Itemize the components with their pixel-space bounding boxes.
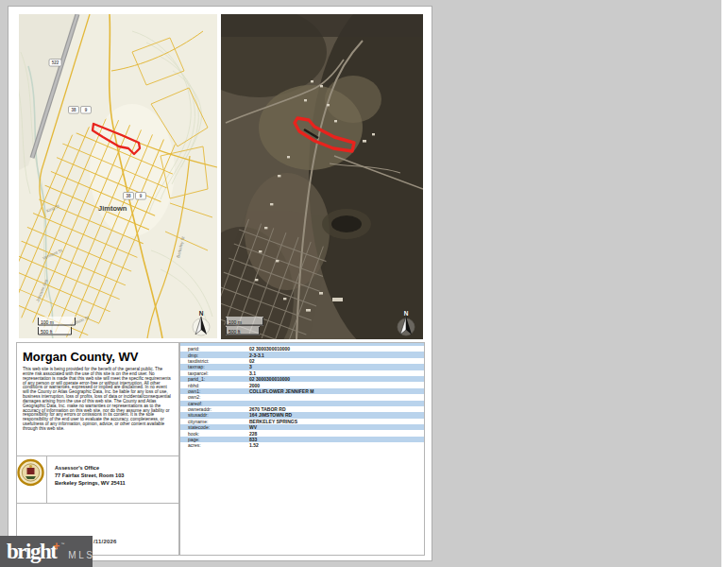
office-address-line1: 77 Fairfax Street, Room 103: [55, 472, 126, 479]
field-value: 02 3000300010000: [249, 376, 290, 382]
scale-imperial-label: 500 ft: [41, 329, 53, 335]
field-value: 1.52: [249, 442, 259, 448]
bright-logo-plus-icon: +: [53, 540, 59, 553]
scale-metric-label: 100 m: [229, 319, 242, 325]
field-label: book:: [180, 431, 249, 437]
field-label: nbhd:: [180, 383, 249, 388]
print-date: /11/2026: [93, 539, 117, 544]
field-value: BERKELEY SPRINGS: [249, 419, 297, 424]
field-value: WV: [249, 424, 257, 430]
field-value: 3: [249, 364, 252, 369]
route-shield-label: 38: [71, 108, 76, 112]
aerial-photo-map: 100 m 500 ft N: [221, 14, 423, 339]
route-shield-522: 522: [49, 60, 61, 67]
page-title: Morgan County, WV: [23, 350, 173, 364]
bright-logo-wordmark: bright: [7, 541, 56, 562]
field-label: parid_1:: [180, 376, 249, 382]
field-value: 2-3-3.1: [249, 352, 264, 358]
field-value: 3.1: [249, 370, 256, 376]
report-page: 522 38 9 38 9 J: [8, 6, 432, 561]
field-label: owneraddr:: [180, 406, 249, 412]
bright-mls-logo: bright + ™ MLS: [0, 536, 93, 567]
field-value: 2000: [249, 383, 260, 388]
scale-imperial-label: 500 ft: [229, 329, 241, 335]
county-seal-cell: [16, 456, 47, 503]
parcel-attributes-panel: parid:02 3000300010000dmp:2-3-3.1taxdist…: [179, 342, 425, 556]
field-value: 164 JIMSTOWN RD: [249, 412, 292, 418]
county-seal: [16, 456, 46, 501]
assessor-office-address: Assessor's Office 77 Fairfax Street, Roo…: [55, 464, 126, 487]
field-label: taxparcel:: [180, 370, 249, 376]
route-shield-label: 38: [126, 194, 131, 198]
county-info-panel: Morgan County, WV This web site is being…: [16, 342, 179, 556]
field-value: 02 3000300010000: [249, 346, 290, 352]
route-shield-label: 522: [52, 60, 59, 65]
screen-right-margin: [721, 0, 728, 567]
route-shield-9: 9: [81, 107, 92, 114]
field-value: 833: [249, 437, 257, 442]
pond: [331, 215, 362, 232]
field-label: taxdistrict:: [180, 358, 249, 364]
north-label: N: [199, 310, 204, 317]
scale-metric-label: 100 m: [41, 319, 54, 325]
trademark-symbol: ™: [60, 541, 64, 546]
field-label: parid:: [180, 346, 249, 352]
north-label: N: [404, 310, 409, 317]
route-shield-9b: 9: [136, 193, 146, 200]
field-value: 02: [249, 358, 255, 364]
town-label: Jimtown: [98, 204, 127, 213]
field-label: situsaddr:: [180, 412, 249, 418]
field-value: COLLIFLOWER JENNIFER M: [249, 388, 313, 394]
table-row: acres:1.52: [180, 442, 424, 448]
field-label: page:: [180, 437, 249, 442]
field-label: acres:: [180, 442, 249, 448]
aerial-map-image: 100 m 500 ft N: [221, 14, 423, 339]
office-name: Assessor's Office: [55, 464, 126, 472]
parcel-table: parid:02 3000300010000dmp:2-3-3.1taxdist…: [180, 346, 424, 449]
mls-logo-text: MLS: [68, 550, 94, 560]
screenshot-root: { "window": { "background": "#cbcbcb", "…: [0, 0, 728, 567]
field-label: careof:: [180, 401, 249, 406]
field-label: dmp:: [180, 352, 249, 358]
parcel-topo-map: 522 38 9 38 9 J: [19, 14, 217, 338]
field-label: own1:: [180, 388, 249, 394]
office-address-line2: Berkeley Springs, WV 25411: [55, 479, 126, 487]
field-value: 228: [249, 431, 257, 437]
field-label: own2:: [180, 394, 249, 400]
field-value: 2670 TABOR RD: [249, 406, 286, 412]
assessor-office-section: Assessor's Office 77 Fairfax Street, Roo…: [16, 455, 179, 504]
field-label: statecode:: [180, 424, 249, 430]
field-label: taxmap:: [180, 364, 249, 369]
route-shield-38b: 38: [124, 193, 134, 200]
field-label: cityname:: [180, 419, 249, 424]
parcel-map-image: 522 38 9 38 9 J: [19, 14, 217, 338]
disclaimer-text: This web site is being provided for the …: [23, 368, 172, 432]
route-shield-38: 38: [69, 107, 79, 114]
